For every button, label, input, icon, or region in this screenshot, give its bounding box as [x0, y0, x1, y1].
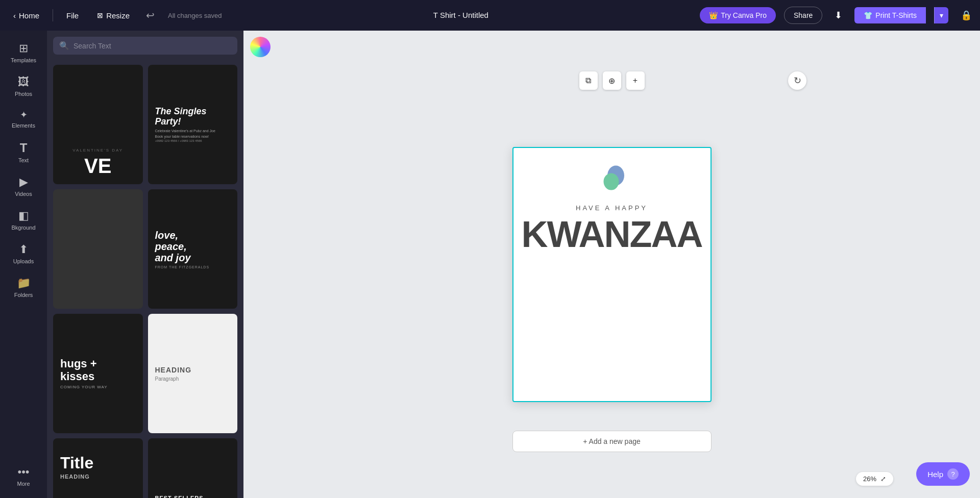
- refresh-icon: ↻: [794, 75, 801, 86]
- canvas-toolbar: ⧉ ⊕ +: [579, 71, 645, 90]
- sidebar-item-photos[interactable]: 🖼 Photos: [3, 70, 44, 102]
- undo-button[interactable]: ↩: [143, 6, 158, 24]
- background-icon: ◧: [18, 209, 29, 222]
- text-icon: T: [20, 141, 28, 155]
- try-pro-label: Try Canva Pro: [721, 11, 767, 19]
- resize-button[interactable]: ⊠ Resize: [92, 8, 135, 23]
- templates-icon: ⊞: [19, 42, 28, 55]
- canvas-area: ⧉ ⊕ + ↻ HAVE A HAPPY KWANZAA + Add a new…: [243, 31, 980, 498]
- print-label: Print T-Shirts: [875, 11, 917, 19]
- template-card-love[interactable]: love,peace,and joy FROM THE FITZGERALDS: [148, 189, 238, 309]
- search-input[interactable]: [74, 42, 231, 50]
- home-button[interactable]: ‹ Home: [8, 8, 44, 23]
- templates-panel: 🔍 VALENTINE'S DAY VE The Singles Party! …: [47, 31, 243, 498]
- sidebar-item-templates[interactable]: ⊞ Templates: [3, 37, 44, 68]
- card-hugs-sub: COMING YOUR WAY: [60, 385, 108, 389]
- blob-decoration: [597, 163, 627, 194]
- card-love-sub: FROM THE FITZGERALDS: [155, 265, 210, 269]
- top-navigation: ‹ Home File ⊠ Resize ↩ All changes saved…: [0, 0, 980, 31]
- template-card-heading[interactable]: HEADING Paragraph: [148, 314, 238, 433]
- search-icon: 🔍: [59, 41, 69, 51]
- sidebar-item-label: Bkground: [11, 225, 35, 231]
- help-icon: ?: [947, 468, 959, 480]
- sidebar-item-label: Photos: [15, 91, 32, 97]
- card-valentines-text: VE: [84, 156, 111, 176]
- crown-icon: 👑: [709, 11, 718, 19]
- resize-icon: ⊠: [97, 11, 103, 19]
- sidebar-item-label: Uploads: [13, 258, 34, 264]
- canvas-title: KWANZAA: [522, 216, 702, 253]
- sidebar-item-folders[interactable]: 📁 Folders: [3, 271, 44, 303]
- template-card-dark1[interactable]: [53, 189, 143, 309]
- sidebar-item-label: Elements: [12, 122, 35, 129]
- download-button[interactable]: ⬇: [830, 6, 846, 25]
- sidebar-item-background[interactable]: ◧ Bkground: [3, 204, 44, 236]
- sidebar-item-label: Templates: [11, 57, 36, 63]
- card-bestsellers-text: BEST-SELLERS: [155, 495, 204, 498]
- main-canvas: HAVE A HAPPY KWANZAA: [512, 147, 712, 402]
- nav-divider: [53, 9, 53, 21]
- shirt-icon: 👕: [864, 11, 872, 19]
- left-sidebar: ⊞ Templates 🖼 Photos ✦ Elements T Text ▶…: [0, 31, 47, 498]
- help-button[interactable]: Help ?: [916, 462, 970, 486]
- try-pro-button[interactable]: 👑 Try Canva Pro: [700, 7, 776, 23]
- chevron-left-icon: ‹: [13, 11, 16, 20]
- photos-icon: 🖼: [18, 76, 29, 89]
- sidebar-item-text[interactable]: T Text: [3, 136, 44, 168]
- search-box: 🔍: [53, 37, 237, 55]
- resize-label: Resize: [106, 11, 130, 20]
- card-love-text: love,peace,and joy: [155, 230, 191, 263]
- card-singles-title: The Singles Party!: [155, 107, 231, 127]
- sidebar-item-videos[interactable]: ▶ Videos: [3, 170, 44, 202]
- sidebar-item-label: Text: [18, 157, 29, 163]
- template-card-bestsellers[interactable]: BEST-SELLERS: [148, 438, 238, 498]
- card-singles-phone: +0982 123 4566 / +0983 123 4566: [155, 139, 202, 142]
- duplicate-page-button[interactable]: ⊕: [603, 71, 621, 90]
- zoom-level: 26%: [863, 475, 876, 483]
- card-valentines-label: VALENTINE'S DAY: [72, 148, 123, 153]
- canvas-refresh-button[interactable]: ↻: [788, 71, 806, 90]
- card-title-sub: HEADING: [60, 474, 90, 480]
- panel-search-bar: 🔍: [47, 31, 243, 61]
- sidebar-item-label: Videos: [15, 191, 32, 197]
- document-title: T Shirt - Untitled: [433, 11, 488, 19]
- svg-point-1: [603, 173, 619, 190]
- card-singles-book: Book your table reservations now!: [155, 135, 209, 138]
- color-picker-fab[interactable]: [250, 37, 271, 57]
- more-icon: •••: [17, 465, 29, 479]
- autosave-status: All changes saved: [168, 12, 222, 19]
- duplicate-icon: ⊕: [608, 76, 615, 86]
- lock-icon: 🔒: [961, 10, 972, 21]
- sidebar-item-label: More: [17, 481, 30, 487]
- card-title-big: Title: [60, 454, 93, 472]
- print-dropdown-button[interactable]: ▾: [934, 7, 948, 23]
- sidebar-item-elements[interactable]: ✦ Elements: [3, 104, 44, 134]
- template-card-valentines[interactable]: VALENTINE'S DAY VE: [53, 65, 143, 184]
- copy-page-button[interactable]: ⧉: [579, 71, 598, 90]
- template-card-hugs[interactable]: hugs +kisses COMING YOUR WAY: [53, 314, 143, 433]
- elements-icon: ✦: [20, 109, 28, 120]
- sidebar-item-more[interactable]: ••• More: [3, 460, 44, 492]
- uploads-icon: ⬆: [19, 243, 28, 256]
- template-card-title[interactable]: Title HEADING: [53, 438, 143, 498]
- canvas-subtitle: HAVE A HAPPY: [576, 204, 648, 212]
- file-menu-button[interactable]: File: [61, 8, 84, 23]
- print-button[interactable]: 👕 Print T-Shirts: [854, 7, 926, 23]
- sidebar-item-uploads[interactable]: ⬆ Uploads: [3, 238, 44, 269]
- templates-grid: VALENTINE'S DAY VE The Singles Party! Ce…: [47, 61, 243, 498]
- copy-icon: ⧉: [585, 76, 591, 85]
- card-heading-paragraph: Paragraph: [155, 376, 179, 382]
- folders-icon: 📁: [17, 277, 31, 290]
- add-page-toolbar-button[interactable]: +: [626, 71, 645, 90]
- help-label: Help: [927, 470, 943, 479]
- add-new-page-button[interactable]: + Add a new page: [512, 431, 712, 452]
- share-button[interactable]: Share: [784, 7, 822, 24]
- zoom-indicator[interactable]: 26% ⤢: [856, 472, 893, 486]
- home-label: Home: [19, 11, 39, 20]
- sidebar-item-label: Folders: [14, 292, 33, 298]
- expand-icon: ⤢: [880, 475, 886, 483]
- plus-icon: +: [633, 76, 638, 85]
- template-card-singles[interactable]: The Singles Party! Celebrate Valentine's…: [148, 65, 238, 184]
- card-hugs-title: hugs +kisses: [60, 358, 97, 382]
- videos-icon: ▶: [19, 176, 28, 189]
